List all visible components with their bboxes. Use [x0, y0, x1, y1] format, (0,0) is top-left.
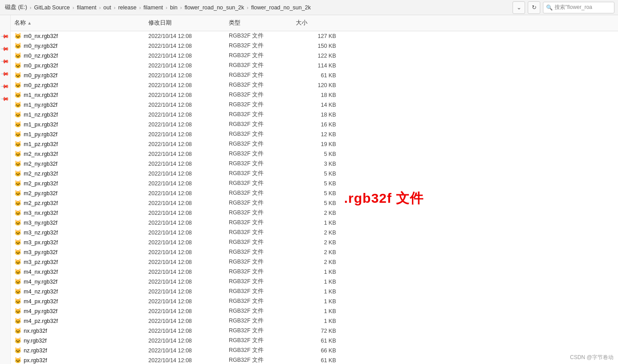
table-row[interactable]: 🐱nx.rgb32f2022/10/14 12:08RGB32F 文件72 KB	[11, 326, 618, 336]
table-row[interactable]: 🐱m2_py.rgb32f2022/10/14 12:08RGB32F 文件5 …	[11, 188, 618, 198]
file-date: 2022/10/14 12:08	[148, 338, 229, 344]
breadcrumb-release[interactable]: release	[117, 4, 138, 12]
table-row[interactable]: 🐱m4_py.rgb32f2022/10/14 12:08RGB32F 文件1 …	[11, 306, 618, 316]
table-row[interactable]: 🐱m1_px.rgb32f2022/10/14 12:08RGB32F 文件16…	[11, 120, 618, 130]
breadcrumb-filament2[interactable]: filament	[142, 4, 164, 12]
pin-icon-2[interactable]: 📌	[0, 44, 10, 54]
table-row[interactable]: 🐱px.rgb32f2022/10/14 12:08RGB32F 文件61 KB	[11, 356, 618, 364]
file-type: RGB32F 文件	[229, 307, 296, 315]
file-size: 5 KB	[296, 151, 349, 157]
file-type-icon: 🐱	[14, 288, 21, 295]
breadcrumb-out[interactable]: out	[102, 4, 112, 12]
col-size-header[interactable]: 大小	[296, 19, 349, 27]
pin-icon-6[interactable]: 📌	[0, 94, 10, 104]
pin-icon-5[interactable]: 📌	[0, 82, 10, 91]
pin-icon-3[interactable]: 📌	[0, 57, 10, 66]
table-row[interactable]: 🐱m3_ny.rgb32f2022/10/14 12:08RGB32F 文件1 …	[11, 218, 618, 228]
table-row[interactable]: 🐱m3_nz.rgb32f2022/10/14 12:08RGB32F 文件2 …	[11, 228, 618, 238]
table-row[interactable]: 🐱m1_ny.rgb32f2022/10/14 12:08RGB32F 文件14…	[11, 100, 618, 110]
file-size: 2 KB	[296, 259, 349, 265]
table-row[interactable]: 🐱m1_nz.rgb32f2022/10/14 12:08RGB32F 文件18…	[11, 110, 618, 120]
file-type: RGB32F 文件	[229, 268, 296, 276]
breadcrumb-area: 磁盘 (E:) › GitLab Source › filament › out…	[4, 3, 511, 12]
table-row[interactable]: 🐱m2_pz.rgb32f2022/10/14 12:08RGB32F 文件5 …	[11, 198, 618, 208]
breadcrumb-bin[interactable]: bin	[169, 4, 179, 12]
file-date: 2022/10/14 12:08	[148, 72, 229, 79]
table-row[interactable]: 🐱m0_px.rgb32f2022/10/14 12:08RGB32F 文件11…	[11, 61, 618, 71]
file-type: RGB32F 文件	[229, 150, 296, 158]
breadcrumb-sep-6: ›	[165, 5, 168, 10]
table-row[interactable]: 🐱m4_px.rgb32f2022/10/14 12:08RGB32F 文件1 …	[11, 297, 618, 306]
table-row[interactable]: 🐱m2_nx.rgb32f2022/10/14 12:08RGB32F 文件5 …	[11, 149, 618, 159]
file-date: 2022/10/14 12:08	[148, 171, 229, 177]
table-row[interactable]: 🐱m0_nx.rgb32f2022/10/14 12:08RGB32F 文件12…	[11, 31, 618, 41]
breadcrumb-flower2[interactable]: flower_road_no_sun_2k	[250, 4, 312, 12]
table-row[interactable]: 🐱m4_nx.rgb32f2022/10/14 12:08RGB32F 文件1 …	[11, 267, 618, 277]
file-type: RGB32F 文件	[229, 248, 296, 256]
col-type-header[interactable]: 类型	[229, 19, 296, 27]
file-size: 14 KB	[296, 102, 349, 108]
file-name: nx.rgb32f	[24, 328, 47, 334]
file-type-icon: 🐱	[14, 219, 21, 226]
table-row[interactable]: 🐱m3_nx.rgb32f2022/10/14 12:08RGB32F 文件2 …	[11, 208, 618, 218]
pin-icon-4[interactable]: 📌	[0, 69, 10, 79]
file-name-cell: 🐱m1_nz.rgb32f	[14, 111, 148, 118]
col-date-header[interactable]: 修改日期	[148, 19, 229, 27]
table-row[interactable]: 🐱m4_pz.rgb32f2022/10/14 12:08RGB32F 文件1 …	[11, 316, 618, 326]
table-row[interactable]: 🐱m0_pz.rgb32f2022/10/14 12:08RGB32F 文件12…	[11, 80, 618, 90]
table-row[interactable]: 🐱m1_nx.rgb32f2022/10/14 12:08RGB32F 文件18…	[11, 90, 618, 100]
breadcrumb-gitlab[interactable]: GitLab Source	[33, 4, 71, 12]
table-row[interactable]: 🐱m0_ny.rgb32f2022/10/14 12:08RGB32F 文件15…	[11, 41, 618, 51]
dropdown-btn[interactable]: ⌄	[513, 1, 525, 14]
file-list[interactable]: 🐱m0_nx.rgb32f2022/10/14 12:08RGB32F 文件12…	[11, 31, 618, 364]
breadcrumb-disk-e[interactable]: 磁盘 (E:)	[4, 3, 29, 12]
pin-icon-1[interactable]: 📌	[0, 32, 10, 41]
breadcrumb-flower1[interactable]: flower_road_no_sun_2k	[183, 4, 245, 12]
table-row[interactable]: 🐱m3_pz.rgb32f2022/10/14 12:08RGB32F 文件2 …	[11, 257, 618, 267]
file-name-cell: 🐱m1_pz.rgb32f	[14, 141, 148, 148]
title-bar-right: ⌄ ↻ 🔍 搜索"flower_roa	[513, 1, 614, 14]
file-name: nz.rgb32f	[24, 347, 47, 354]
file-name: m0_nz.rgb32f	[24, 53, 58, 59]
file-name: m4_px.rgb32f	[24, 298, 58, 305]
file-name: m4_nz.rgb32f	[24, 289, 58, 295]
file-size: 2 KB	[296, 249, 349, 255]
breadcrumb-filament1[interactable]: filament	[76, 4, 98, 12]
file-name-cell: 🐱m2_nz.rgb32f	[14, 170, 148, 177]
table-row[interactable]: 🐱m3_px.rgb32f2022/10/14 12:08RGB32F 文件2 …	[11, 238, 618, 247]
file-date: 2022/10/14 12:08	[148, 141, 229, 147]
breadcrumb-sep-8: ›	[246, 5, 249, 10]
file-name: ny.rgb32f	[24, 338, 46, 344]
table-row[interactable]: 🐱m4_ny.rgb32f2022/10/14 12:08RGB32F 文件1 …	[11, 277, 618, 287]
file-type: RGB32F 文件	[229, 121, 296, 128]
table-row[interactable]: 🐱m2_px.rgb32f2022/10/14 12:08RGB32F 文件5 …	[11, 179, 618, 188]
search-box[interactable]: 🔍 搜索"flower_roa	[543, 2, 614, 13]
table-row[interactable]: 🐱m0_py.rgb32f2022/10/14 12:08RGB32F 文件61…	[11, 71, 618, 80]
file-name: m0_px.rgb32f	[24, 63, 58, 69]
col-name-header[interactable]: 名称 ▲	[14, 19, 148, 27]
table-row[interactable]: 🐱ny.rgb32f2022/10/14 12:08RGB32F 文件61 KB	[11, 336, 618, 346]
file-name: m3_pz.rgb32f	[24, 259, 58, 265]
file-name: m0_nx.rgb32f	[24, 33, 58, 39]
sidebar: 📌 📌 📌 📌 📌 📌	[0, 15, 11, 364]
table-row[interactable]: 🐱m4_nz.rgb32f2022/10/14 12:08RGB32F 文件1 …	[11, 287, 618, 297]
watermark-text: CSDN @字节卷动	[570, 354, 614, 360]
file-type-icon: 🐱	[14, 92, 21, 99]
table-row[interactable]: 🐱m2_ny.rgb32f2022/10/14 12:08RGB32F 文件3 …	[11, 159, 618, 169]
file-date: 2022/10/14 12:08	[148, 210, 229, 216]
file-size: 18 KB	[296, 112, 349, 118]
file-size: 61 KB	[296, 72, 349, 79]
table-row[interactable]: 🐱m2_nz.rgb32f2022/10/14 12:08RGB32F 文件5 …	[11, 169, 618, 179]
file-name: m4_pz.rgb32f	[24, 318, 58, 324]
file-type: RGB32F 文件	[229, 111, 296, 118]
file-type: RGB32F 文件	[229, 42, 296, 50]
file-name: m0_pz.rgb32f	[24, 82, 58, 88]
refresh-btn[interactable]: ↻	[528, 1, 540, 14]
table-row[interactable]: 🐱m1_pz.rgb32f2022/10/14 12:08RGB32F 文件19…	[11, 139, 618, 149]
table-row[interactable]: 🐱m1_py.rgb32f2022/10/14 12:08RGB32F 文件12…	[11, 130, 618, 139]
file-name-cell: 🐱m1_px.rgb32f	[14, 121, 148, 128]
sort-arrow-name: ▲	[27, 21, 32, 25]
table-row[interactable]: 🐱m3_py.rgb32f2022/10/14 12:08RGB32F 文件2 …	[11, 247, 618, 257]
table-row[interactable]: 🐱m0_nz.rgb32f2022/10/14 12:08RGB32F 文件12…	[11, 51, 618, 61]
table-row[interactable]: 🐱nz.rgb32f2022/10/14 12:08RGB32F 文件66 KB	[11, 346, 618, 356]
